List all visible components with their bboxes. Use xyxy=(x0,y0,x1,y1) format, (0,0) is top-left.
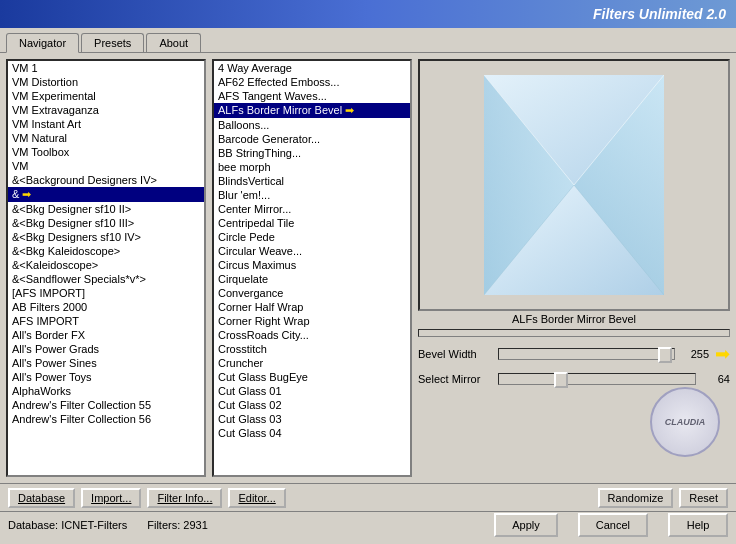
param-row-bevel-width: Bevel Width 255 ➡ xyxy=(418,343,730,365)
bevel-width-knob[interactable] xyxy=(658,347,672,363)
category-item[interactable]: VM xyxy=(8,159,204,173)
filter-item[interactable]: Cut Glass BugEye xyxy=(214,370,410,384)
tab-presets[interactable]: Presets xyxy=(81,33,144,52)
filter-item[interactable]: Corner Half Wrap xyxy=(214,300,410,314)
filter-item[interactable]: Crosstitch xyxy=(214,342,410,356)
category-item[interactable]: VM Extravaganza xyxy=(8,103,204,117)
cancel-button[interactable]: Cancel xyxy=(578,513,648,537)
category-item[interactable]: &<Kaleidoscope> xyxy=(8,258,204,272)
status-filters: Filters: 2931 xyxy=(147,519,208,531)
filter-item[interactable]: Cut Glass 03 xyxy=(214,412,410,426)
help-button[interactable]: Help xyxy=(668,513,728,537)
select-mirror-slider-container: 64 xyxy=(498,373,730,385)
watermark-container: CLAUDIA xyxy=(418,397,730,477)
filter-item[interactable]: ALFs Border Mirror Bevel ➡ xyxy=(214,103,410,118)
filter-item[interactable]: BB StringThing... xyxy=(214,146,410,160)
bevel-width-slider[interactable] xyxy=(498,348,675,360)
title-bar: Filters Unlimited 2.0 xyxy=(0,0,736,28)
filter-item[interactable]: AFS Tangent Waves... xyxy=(214,89,410,103)
bevel-width-label: Bevel Width xyxy=(418,348,498,360)
preview-box xyxy=(418,59,730,311)
category-item[interactable]: &<Bkg Designers sf10 IV> xyxy=(8,230,204,244)
status-database: Database: ICNET-Filters xyxy=(8,519,127,531)
progress-bar xyxy=(418,329,730,337)
categories-panel: VM 1VM DistortionVM ExperimentalVM Extra… xyxy=(6,59,206,477)
filter-item[interactable]: Center Mirror... xyxy=(214,202,410,216)
select-mirror-label: Select Mirror xyxy=(418,373,498,385)
category-item[interactable]: Andrew's Filter Collection 55 xyxy=(8,398,204,412)
category-item[interactable]: VM Natural xyxy=(8,131,204,145)
category-item[interactable]: &<Background Designers IV> xyxy=(8,173,204,187)
filters-scroll[interactable]: 4 Way AverageAF62 Effected Emboss...AFS … xyxy=(214,61,410,475)
filters-panel: 4 Way AverageAF62 Effected Emboss...AFS … xyxy=(212,59,412,477)
select-mirror-slider[interactable] xyxy=(498,373,696,385)
bottom-toolbar: Database Import... Filter Info... Editor… xyxy=(0,483,736,511)
categories-list-wrapper: VM 1VM DistortionVM ExperimentalVM Extra… xyxy=(6,59,206,477)
filter-item[interactable]: Cut Glass 04 xyxy=(214,426,410,440)
filter-item[interactable]: Blur 'em!... xyxy=(214,188,410,202)
category-item[interactable]: VM Toolbox xyxy=(8,145,204,159)
filter-item[interactable]: Cut Glass 01 xyxy=(214,384,410,398)
preview-label: ALFs Border Mirror Bevel xyxy=(418,311,730,327)
select-mirror-knob[interactable] xyxy=(554,372,568,388)
category-item[interactable]: Andrew's Filter Collection 56 xyxy=(8,412,204,426)
bevel-width-value: 255 xyxy=(679,348,709,360)
filter-item[interactable]: Balloons... xyxy=(214,118,410,132)
select-mirror-value: 64 xyxy=(700,373,730,385)
main-content: VM 1VM DistortionVM ExperimentalVM Extra… xyxy=(0,53,736,483)
category-item[interactable]: VM Instant Art xyxy=(8,117,204,131)
bevel-width-arrow: ➡ xyxy=(715,343,730,365)
category-item[interactable]: All's Power Sines xyxy=(8,356,204,370)
filter-item[interactable]: CrossRoads City... xyxy=(214,328,410,342)
import-button[interactable]: Import... xyxy=(81,488,141,508)
reset-button[interactable]: Reset xyxy=(679,488,728,508)
filter-item[interactable]: Cut Glass 02 xyxy=(214,398,410,412)
filter-item[interactable]: bee morph xyxy=(214,160,410,174)
category-item[interactable]: All's Power Grads xyxy=(8,342,204,356)
filters-list-wrapper: 4 Way AverageAF62 Effected Emboss...AFS … xyxy=(212,59,412,477)
watermark-text: CLAUDIA xyxy=(665,417,706,427)
category-item[interactable]: AlphaWorks xyxy=(8,384,204,398)
filter-item[interactable]: Corner Right Wrap xyxy=(214,314,410,328)
filter-info-button[interactable]: Filter Info... xyxy=(147,488,222,508)
categories-scroll[interactable]: VM 1VM DistortionVM ExperimentalVM Extra… xyxy=(8,61,204,475)
tab-about[interactable]: About xyxy=(146,33,201,52)
filter-item[interactable]: AF62 Effected Emboss... xyxy=(214,75,410,89)
database-button[interactable]: Database xyxy=(8,488,75,508)
filter-item[interactable]: Circle Pede xyxy=(214,230,410,244)
category-item[interactable]: [AFS IMPORT] xyxy=(8,286,204,300)
randomize-button[interactable]: Randomize xyxy=(598,488,674,508)
filter-item[interactable]: Circular Weave... xyxy=(214,244,410,258)
filter-item[interactable]: Cruncher xyxy=(214,356,410,370)
app-title: Filters Unlimited 2.0 xyxy=(593,6,726,22)
category-item[interactable]: &<Sandflower Specials*v*> xyxy=(8,272,204,286)
category-item[interactable]: &<Bkg Designer sf10 II> xyxy=(8,202,204,216)
filter-item[interactable]: Cirquelate xyxy=(214,272,410,286)
filter-item[interactable]: Convergance xyxy=(214,286,410,300)
category-item[interactable]: All's Border FX xyxy=(8,328,204,342)
category-item[interactable]: &<Bkg Kaleidoscope> xyxy=(8,244,204,258)
category-item[interactable]: AFS IMPORT xyxy=(8,314,204,328)
tab-navigator[interactable]: Navigator xyxy=(6,33,79,53)
status-bar: Database: ICNET-Filters Filters: 2931 Ap… xyxy=(0,511,736,537)
watermark: CLAUDIA xyxy=(650,387,720,457)
apply-button[interactable]: Apply xyxy=(494,513,558,537)
right-panel: ALFs Border Mirror Bevel Bevel Width 255… xyxy=(418,59,730,477)
filter-item[interactable]: 4 Way Average xyxy=(214,61,410,75)
category-item[interactable]: All's Power Toys xyxy=(8,370,204,384)
category-item[interactable]: VM Experimental xyxy=(8,89,204,103)
category-item[interactable]: VM 1 xyxy=(8,61,204,75)
bevel-width-slider-container: 255 ➡ xyxy=(498,343,730,365)
preview-svg xyxy=(484,75,664,295)
filter-item[interactable]: Barcode Generator... xyxy=(214,132,410,146)
tab-bar: Navigator Presets About xyxy=(0,28,736,53)
params-area: Bevel Width 255 ➡ Select Mirror 64 xyxy=(418,343,730,477)
category-item[interactable]: & ➡ xyxy=(8,187,204,202)
editor-button[interactable]: Editor... xyxy=(228,488,285,508)
category-item[interactable]: &<Bkg Designer sf10 III> xyxy=(8,216,204,230)
filter-item[interactable]: BlindsVertical xyxy=(214,174,410,188)
filter-item[interactable]: Circus Maximus xyxy=(214,258,410,272)
category-item[interactable]: AB Filters 2000 xyxy=(8,300,204,314)
filter-item[interactable]: Centripedal Tile xyxy=(214,216,410,230)
category-item[interactable]: VM Distortion xyxy=(8,75,204,89)
